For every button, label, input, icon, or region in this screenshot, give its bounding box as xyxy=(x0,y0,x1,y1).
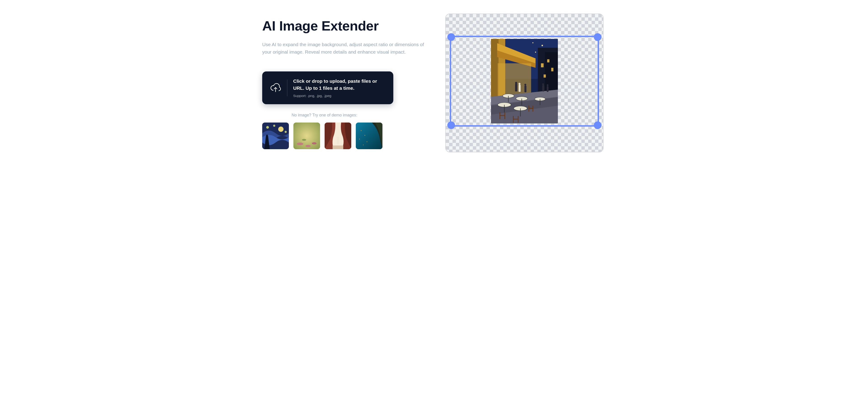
svg-point-1 xyxy=(278,127,284,132)
svg-point-10 xyxy=(302,139,306,141)
upload-text-block: Click or drop to upload, paste files or … xyxy=(293,78,385,98)
demo-thumb-starry-night[interactable] xyxy=(262,123,289,149)
svg-point-20 xyxy=(367,141,367,142)
vertical-divider xyxy=(287,80,287,96)
svg-rect-12 xyxy=(337,138,339,145)
demo-thumb-canyon[interactable] xyxy=(324,123,351,149)
svg-point-13 xyxy=(337,137,339,139)
hero-left-column: AI Image Extender Use AI to expand the i… xyxy=(262,13,427,149)
svg-point-3 xyxy=(273,125,275,127)
svg-point-19 xyxy=(359,139,360,139)
upload-cloud-icon xyxy=(270,82,281,94)
svg-point-4 xyxy=(285,131,287,133)
upload-support-text: Support: .png, .jpg, .jpeg xyxy=(293,94,385,98)
demo-thumb-water-lilies[interactable] xyxy=(293,123,320,149)
svg-point-9 xyxy=(312,142,316,144)
demo-thumbnails-row xyxy=(262,123,427,149)
page-subtitle: Use AI to expand the image background, a… xyxy=(262,41,425,56)
svg-point-17 xyxy=(361,130,362,131)
preview-right-column xyxy=(443,13,606,152)
svg-point-8 xyxy=(305,145,311,147)
resize-handle-top-right[interactable] xyxy=(594,33,601,41)
svg-point-18 xyxy=(365,135,365,136)
resize-handle-bottom-left[interactable] xyxy=(447,121,455,129)
upload-dropzone[interactable]: Click or drop to upload, paste files or … xyxy=(262,71,393,104)
svg-point-21 xyxy=(363,145,364,145)
selection-rectangle[interactable] xyxy=(450,36,599,127)
upload-main-text: Click or drop to upload, paste files or … xyxy=(293,78,385,92)
demo-thumb-underwater[interactable] xyxy=(356,123,382,149)
svg-rect-14 xyxy=(333,145,343,149)
page-title: AI Image Extender xyxy=(262,18,427,34)
svg-point-7 xyxy=(297,143,303,145)
resize-handle-top-left[interactable] xyxy=(447,33,455,41)
svg-point-2 xyxy=(266,126,269,129)
demo-images-label: No image? Try one of demo images: xyxy=(262,113,393,118)
preview-canvas[interactable] xyxy=(445,13,603,152)
resize-handle-bottom-right[interactable] xyxy=(594,121,601,129)
